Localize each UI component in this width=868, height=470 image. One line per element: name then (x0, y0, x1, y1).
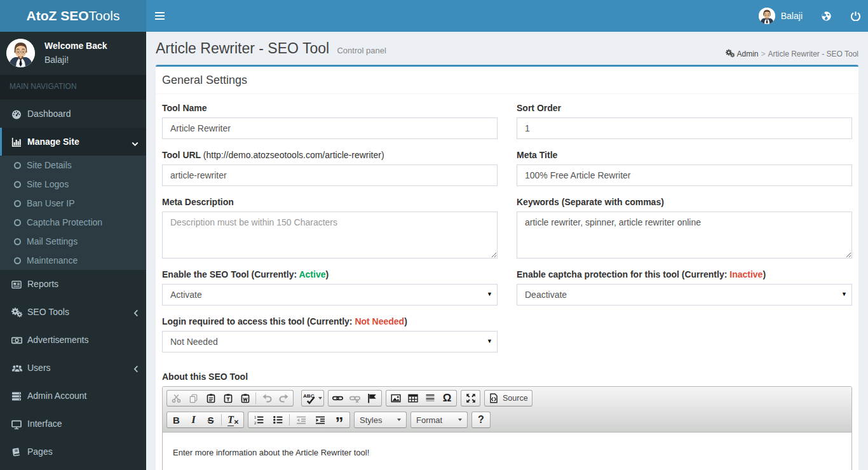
svg-text:2: 2 (254, 421, 257, 425)
svg-text:1: 1 (254, 415, 257, 419)
